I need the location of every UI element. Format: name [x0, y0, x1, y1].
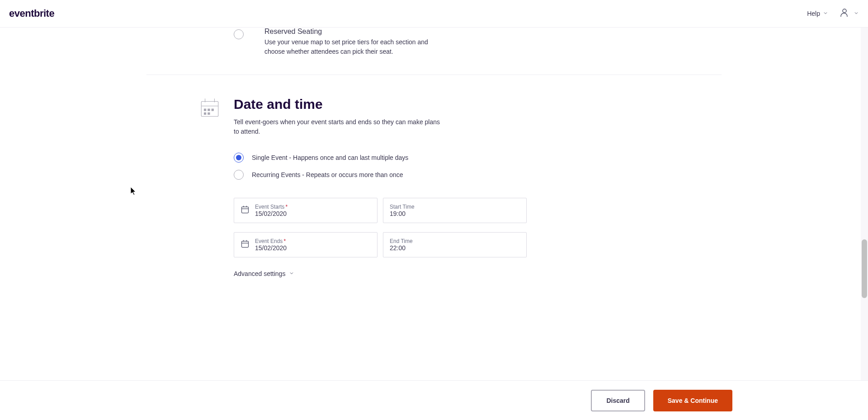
- reserved-seating-radio[interactable]: [234, 29, 244, 39]
- required-star: *: [283, 238, 286, 244]
- header-right: Help: [807, 7, 859, 20]
- svg-point-0: [843, 9, 846, 13]
- logo-text: eventbrite: [9, 8, 54, 19]
- event-ends-label: Event Ends *: [255, 238, 371, 244]
- svg-rect-8: [204, 112, 206, 114]
- left-spacer: [146, 28, 221, 56]
- calendar-section-icon: [198, 97, 221, 119]
- seating-text: Reserved Seating Use your venue map to s…: [264, 28, 722, 56]
- user-icon: [839, 7, 850, 20]
- save-continue-button[interactable]: Save & Continue: [653, 390, 732, 411]
- date-time-description: Tell event-goers when your event starts …: [234, 117, 446, 136]
- cursor-icon: [131, 187, 138, 198]
- chevron-down-icon: [823, 10, 828, 17]
- radio-single-label: Single Event - Happens once and can last…: [252, 154, 408, 161]
- end-time-field[interactable]: End Time 22:00: [383, 232, 527, 257]
- event-ends-value: 15/02/2020: [255, 244, 371, 252]
- advanced-settings-label: Advanced settings: [234, 270, 285, 277]
- radio-recurring-label: Recurring Events - Repeats or occurs mor…: [252, 171, 403, 178]
- help-link[interactable]: Help: [807, 10, 828, 17]
- help-label: Help: [807, 10, 820, 17]
- scrollbar-thumb[interactable]: [862, 239, 867, 298]
- event-starts-value: 15/02/2020: [255, 210, 371, 217]
- input-inner: Start Time 19:00: [390, 204, 520, 217]
- start-time-value: 19:00: [390, 210, 520, 217]
- svg-rect-6: [208, 109, 210, 111]
- event-starts-field[interactable]: Event Starts * 15/02/2020: [234, 198, 377, 223]
- start-time-field[interactable]: Start Time 19:00: [383, 198, 527, 223]
- radio-recurring-event[interactable]: [234, 170, 244, 180]
- svg-rect-10: [242, 207, 249, 213]
- date-content: Date and time Tell event-goers when your…: [234, 97, 532, 277]
- date-time-section: Date and time Tell event-goers when your…: [146, 75, 722, 277]
- end-time-value: 22:00: [390, 244, 520, 252]
- footer-bar: Discard Save & Continue: [0, 380, 868, 420]
- input-inner: Event Ends * 15/02/2020: [255, 238, 371, 252]
- content-wrapper: Reserved Seating Use your venue map to s…: [146, 28, 722, 380]
- chevron-down-icon: [854, 9, 859, 18]
- discard-button[interactable]: Discard: [591, 390, 645, 411]
- event-type-radio-group: Single Event - Happens once and can last…: [234, 153, 532, 180]
- required-star: *: [285, 204, 288, 210]
- input-inner: End Time 22:00: [390, 238, 520, 252]
- input-inner: Event Starts * 15/02/2020: [255, 204, 371, 217]
- scrollbar[interactable]: [861, 28, 868, 380]
- end-row: Event Ends * 15/02/2020 End Time 22:00: [234, 232, 532, 257]
- seating-description: Use your venue map to set price tiers fo…: [264, 37, 441, 56]
- radio-inner-dot: [236, 155, 241, 160]
- calendar-icon: [241, 205, 250, 216]
- radio-recurring-event-row: Recurring Events - Repeats or occurs mor…: [234, 170, 532, 180]
- header-bar: eventbrite Help: [0, 0, 868, 28]
- advanced-settings-toggle[interactable]: Advanced settings: [234, 270, 532, 277]
- svg-rect-9: [208, 112, 210, 114]
- event-starts-label: Event Starts *: [255, 204, 371, 210]
- calendar-icon: [241, 239, 250, 250]
- radio-single-event-row: Single Event - Happens once and can last…: [234, 153, 532, 163]
- radio-single-event[interactable]: [234, 153, 244, 163]
- svg-rect-7: [212, 109, 213, 111]
- start-row: Event Starts * 15/02/2020 Start Time 19:…: [234, 198, 532, 223]
- chevron-down-icon: [289, 270, 294, 277]
- svg-rect-14: [242, 241, 249, 247]
- seating-section: Reserved Seating Use your venue map to s…: [146, 28, 722, 75]
- date-time-heading: Date and time: [234, 97, 532, 112]
- seating-title: Reserved Seating: [264, 28, 722, 36]
- reserved-seating-radio-col: [234, 28, 252, 56]
- logo[interactable]: eventbrite: [9, 8, 54, 19]
- user-menu[interactable]: [839, 7, 859, 20]
- event-ends-field[interactable]: Event Ends * 15/02/2020: [234, 232, 377, 257]
- start-time-label: Start Time: [390, 204, 520, 210]
- date-inputs: Event Starts * 15/02/2020 Start Time 19:…: [234, 198, 532, 257]
- svg-rect-5: [204, 109, 206, 111]
- end-time-label: End Time: [390, 238, 520, 244]
